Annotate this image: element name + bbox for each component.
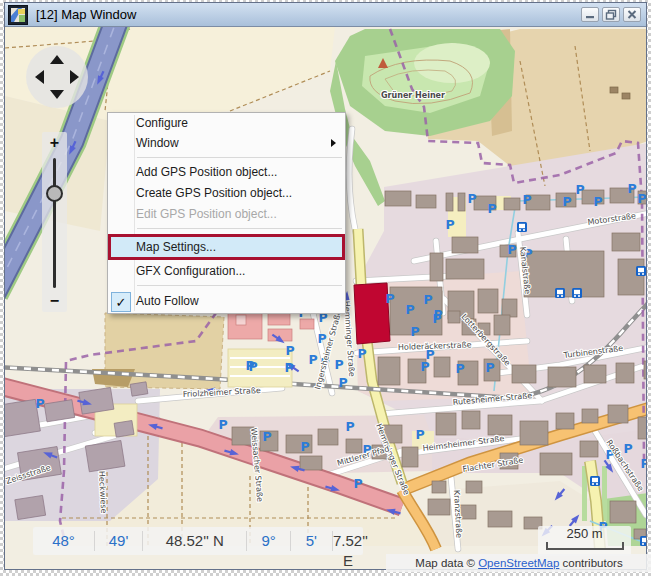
bus-icon-wheel xyxy=(596,483,598,485)
bus-stop-icon xyxy=(640,536,646,546)
menu-item-label: Add GPS Position object... xyxy=(136,165,277,179)
scale-bar-line xyxy=(546,542,624,550)
checkmark-icon: ✓ xyxy=(111,292,131,312)
parking-icon: P xyxy=(522,192,531,207)
menu-item-label: Configure xyxy=(136,116,188,130)
pan-right-icon[interactable] xyxy=(70,70,79,84)
parking-icon: P xyxy=(357,346,366,361)
coordinate-value: 49' xyxy=(95,531,143,551)
parking-icon: P xyxy=(218,417,227,432)
menu-item-label: Create GPS Position object... xyxy=(136,186,292,200)
coordinate-value: 7.52'' E xyxy=(333,531,363,551)
bus-icon-wheel xyxy=(574,295,576,297)
menu-separator xyxy=(108,281,345,290)
parking-icon: P xyxy=(308,352,317,367)
coordinate-value: 9° xyxy=(247,531,290,551)
zoom-track[interactable] xyxy=(53,158,56,288)
menu-item-edit-gps-position-object[interactable]: Edit GPS Position object... xyxy=(108,204,345,224)
bus-stop-icon xyxy=(555,288,565,298)
restore-icon xyxy=(605,9,617,20)
menu-item-auto-follow[interactable]: Auto Follow✓ xyxy=(108,290,345,313)
openstreetmap-link[interactable]: OpenStreetMap xyxy=(478,557,559,569)
pan-up-icon[interactable] xyxy=(50,55,64,64)
parking-icon: P xyxy=(485,360,494,375)
place-label: Grüner Heiner xyxy=(381,91,445,100)
scale-indicator: 250 m xyxy=(538,526,631,556)
coordinate-value: 48.52'' N xyxy=(143,531,247,551)
bus-icon-wheel xyxy=(592,483,594,485)
attribution-prefix: Map data © xyxy=(415,557,478,569)
parking-icon: P xyxy=(405,302,414,317)
pan-control[interactable] xyxy=(26,46,88,108)
minimize-icon xyxy=(585,10,595,19)
parking-icon: P xyxy=(415,427,424,442)
coordinate-value: 48° xyxy=(33,531,95,551)
bus-icon-wheel xyxy=(642,273,644,275)
coordinate-bar: 48°49'48.52'' N9°5'7.52'' E xyxy=(33,527,363,555)
bus-stop-icon xyxy=(636,266,646,276)
parking-icon: P xyxy=(433,307,442,322)
parking-icon: P xyxy=(35,396,44,411)
parking-icon: P xyxy=(467,191,476,206)
bus-stop-icon xyxy=(517,222,527,232)
close-button[interactable] xyxy=(623,7,641,22)
attribution-bar: Map data © OpenStreetMap contributors xyxy=(386,554,651,572)
parking-icon: P xyxy=(627,181,636,196)
bus-icon-wheel xyxy=(519,229,521,231)
parking-icon: P xyxy=(562,194,571,209)
menu-item-gfx-configuration[interactable]: GFX Configuration... xyxy=(108,261,345,281)
zoom-in-icon[interactable]: + xyxy=(42,135,67,151)
zoom-out-icon[interactable]: − xyxy=(42,293,67,309)
bus-icon-wheel xyxy=(638,273,640,275)
title-bar[interactable]: [12] Map Window xyxy=(5,3,646,27)
parking-icon: P xyxy=(345,419,354,434)
menu-item-configure[interactable]: Configure xyxy=(108,113,345,133)
zoom-knob[interactable] xyxy=(46,185,63,202)
parking-icon: P xyxy=(248,359,257,374)
parking-icon: P xyxy=(284,360,293,375)
menu-item-map-settings[interactable]: Map Settings... xyxy=(108,234,345,260)
menu-item-create-gps-position-object[interactable]: Create GPS Position object... xyxy=(108,183,345,204)
close-icon xyxy=(627,10,637,19)
app-icon xyxy=(8,5,28,25)
bus-stop-icon xyxy=(590,476,600,486)
parking-icon: P xyxy=(353,476,362,491)
menu-item-add-gps-position-object[interactable]: Add GPS Position object... xyxy=(108,162,345,183)
parking-icon: P xyxy=(300,439,309,454)
parking-icon: P xyxy=(637,191,646,206)
parking-icon: P xyxy=(410,324,419,339)
zoom-slider[interactable]: + − xyxy=(42,132,67,312)
bus-icon-body xyxy=(638,268,644,272)
menu-item-label: Edit GPS Position object... xyxy=(136,207,277,221)
context-menu: ConfigureWindowAdd GPS Position object..… xyxy=(107,112,346,314)
parking-icon: P xyxy=(640,456,646,471)
pan-down-icon[interactable] xyxy=(50,90,64,99)
scale-label: 250 m xyxy=(538,526,631,542)
bus-icon-body xyxy=(592,478,598,482)
bus-icon-body xyxy=(574,290,580,294)
attribution-suffix: contributors xyxy=(559,557,622,569)
menu-separator xyxy=(108,224,345,233)
parking-icon: P xyxy=(445,217,454,232)
parking-icon: P xyxy=(338,375,347,390)
bus-icon-wheel xyxy=(578,295,580,297)
parking-icon: P xyxy=(575,182,584,197)
minimize-button[interactable] xyxy=(581,7,599,22)
parking-icon: P xyxy=(420,359,429,374)
parking-icon: P xyxy=(334,357,343,372)
menu-item-window[interactable]: Window xyxy=(108,133,345,153)
menu-item-label: Auto Follow xyxy=(136,294,199,308)
parking-icon: P xyxy=(262,429,271,444)
bus-stop-icon xyxy=(572,288,582,298)
menu-item-label: GFX Configuration... xyxy=(136,264,245,278)
menu-item-label: Map Settings... xyxy=(136,240,216,254)
window-title: [12] Map Window xyxy=(36,7,136,22)
menu-separator xyxy=(108,153,345,162)
bus-icon-body xyxy=(642,538,646,542)
pan-left-icon[interactable] xyxy=(35,70,44,84)
restore-button[interactable] xyxy=(602,7,620,22)
bus-icon-body xyxy=(519,224,525,228)
parking-icon: P xyxy=(423,292,432,307)
parking-icon: P xyxy=(285,343,294,358)
submenu-arrow-icon xyxy=(331,139,336,147)
